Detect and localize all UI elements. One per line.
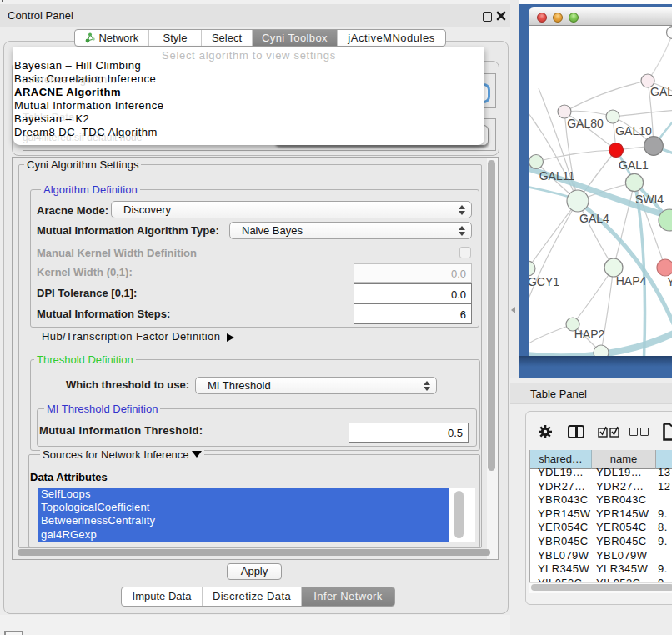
svg-text:GAL: GAL	[650, 85, 672, 98]
svg-text:GAL4: GAL4	[579, 212, 609, 225]
svg-text:SWI4: SWI4	[635, 192, 664, 206]
svg-text:GAL1: GAL1	[619, 158, 649, 172]
svg-text:HAP4: HAP4	[616, 274, 647, 288]
svg-text:GCY1: GCY1	[529, 275, 559, 288]
svg-text:HAP2: HAP2	[574, 328, 605, 341]
svg-text:GAL11: GAL11	[539, 169, 575, 182]
svg-text:GAL10: GAL10	[615, 124, 652, 138]
svg-text:Y: Y	[667, 275, 672, 288]
svg-text:GAL80: GAL80	[567, 117, 604, 130]
